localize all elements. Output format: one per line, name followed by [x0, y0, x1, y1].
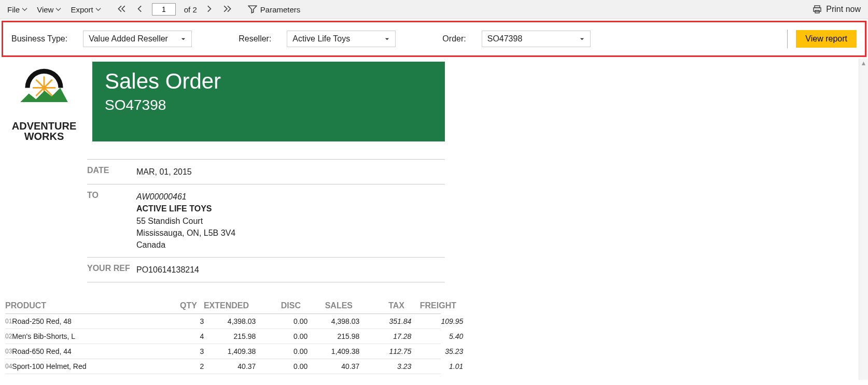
chevron-down-icon: [55, 7, 61, 12]
row-product: Men's Bib-Shorts, L: [12, 332, 152, 340]
row-disc: 0.00: [256, 332, 307, 340]
order-info: DATE MAR, 01, 2015 TO AW00000461 ACTIVE …: [87, 159, 445, 282]
row-tax: 351.84: [359, 317, 411, 325]
row-qty: 3: [152, 347, 204, 355]
col-extended: EXTENDED: [197, 301, 249, 310]
col-tax: TAX: [353, 301, 404, 310]
table-row: 03Road-650 Red, 4431,409.380.001,409.381…: [5, 344, 441, 359]
row-sales: 4,398.03: [307, 317, 359, 325]
order-number: SO47398: [105, 97, 432, 113]
filter-icon: [248, 5, 257, 14]
row-idx: 03: [5, 348, 12, 355]
row-product: Sport-100 Helmet, Red: [12, 362, 152, 370]
row-freight: 35.23: [411, 347, 463, 355]
to-address: AW00000461 ACTIVE LIFE TOYS 55 Standish …: [136, 191, 235, 251]
parameters-toggle[interactable]: Parameters: [248, 5, 301, 14]
scroll-up-icon[interactable]: ▲: [859, 59, 868, 68]
date-label: DATE: [87, 166, 136, 178]
business-type-label: Business Type:: [11, 34, 67, 44]
row-sales: 40.37: [307, 362, 359, 370]
order-dropdown[interactable]: SO47398: [482, 31, 591, 47]
col-sales: SALES: [301, 301, 353, 310]
caret-down-icon: [384, 36, 390, 42]
ref-label: YOUR REF: [87, 264, 136, 276]
caret-down-icon: [180, 36, 186, 42]
col-disc: DISC: [249, 301, 301, 310]
chevron-down-icon: [22, 7, 27, 12]
col-freight: FREIGHT: [404, 301, 456, 310]
view-label: View: [37, 5, 53, 14]
order-value: SO47398: [487, 34, 523, 44]
logo-icon: [16, 62, 73, 119]
table-row: 02Men's Bib-Shorts, L4215.980.00215.9817…: [5, 329, 441, 344]
logo-text-2: WORKS: [5, 131, 83, 141]
prev-page-button: [133, 4, 147, 15]
next-page-button[interactable]: [202, 4, 216, 15]
row-extended: 1,409.38: [204, 347, 256, 355]
customer-name: ACTIVE LIFE TOYS: [136, 203, 235, 215]
date-value: MAR, 01, 2015: [136, 166, 192, 178]
first-page-button: [115, 4, 128, 15]
row-tax: 17.28: [359, 332, 411, 340]
report-title-banner: Sales Order SO47398: [92, 62, 445, 141]
export-label: Export: [71, 5, 93, 14]
caret-down-icon: [579, 36, 585, 42]
row-tax: 3.23: [359, 362, 411, 370]
to-label: TO: [87, 191, 136, 251]
export-menu[interactable]: Export: [71, 5, 101, 14]
row-qty: 3: [152, 317, 204, 325]
business-type-value: Value Added Reseller: [89, 34, 168, 44]
svg-rect-1: [814, 8, 821, 11]
row-sales: 215.98: [307, 332, 359, 340]
view-report-button[interactable]: View report: [796, 30, 857, 48]
last-page-button[interactable]: [221, 4, 234, 15]
parameter-panel: Business Type: Value Added Reseller Rese…: [2, 21, 866, 57]
file-menu[interactable]: File: [7, 5, 27, 14]
business-type-dropdown[interactable]: Value Added Reseller: [83, 31, 192, 47]
vertical-scrollbar[interactable]: ▲: [859, 59, 868, 380]
row-freight: 1.01: [411, 362, 463, 370]
chevron-right-icon: [204, 4, 214, 13]
reseller-label: Reseller:: [239, 34, 271, 44]
addr-line-1: 55 Standish Court: [136, 215, 235, 227]
parameters-label: Parameters: [260, 5, 301, 14]
col-product: PRODUCT: [5, 301, 145, 310]
first-page-icon: [117, 4, 126, 13]
row-product: Road-650 Red, 44: [12, 347, 152, 355]
table-header: PRODUCT QTY EXTENDED DISC SALES TAX FREI…: [5, 298, 441, 314]
reseller-value: Active Life Toys: [292, 34, 350, 44]
row-extended: 215.98: [204, 332, 256, 340]
adventureworks-logo: ADVENTURE WORKS: [5, 62, 83, 141]
table-row: 04Sport-100 Helmet, Red240.370.0040.373.…: [5, 359, 441, 374]
last-page-icon: [223, 4, 232, 13]
row-freight: 5.40: [411, 332, 463, 340]
addr-country: Canada: [136, 239, 235, 251]
page-total: of 2: [184, 5, 197, 14]
row-disc: 0.00: [256, 362, 307, 370]
report-viewer: ADVENTURE WORKS Sales Order SO47398 DATE…: [0, 59, 868, 380]
lines-table: PRODUCT QTY EXTENDED DISC SALES TAX FREI…: [5, 298, 441, 374]
print-label: Print now: [826, 5, 861, 14]
print-button[interactable]: Print now: [813, 5, 861, 14]
ref-value: PO10614138214: [136, 264, 199, 276]
chevron-down-icon: [95, 7, 101, 12]
print-icon: [813, 5, 822, 14]
report-toolbar: File View Export of 2 Parameters: [0, 0, 868, 19]
reseller-dropdown[interactable]: Active Life Toys: [287, 31, 396, 47]
row-extended: 40.37: [204, 362, 256, 370]
table-row: 01Road-250 Red, 4834,398.030.004,398.033…: [5, 314, 441, 329]
order-label: Order:: [442, 34, 466, 44]
row-qty: 2: [152, 362, 204, 370]
row-freight: 109.95: [411, 317, 463, 325]
row-extended: 4,398.03: [204, 317, 256, 325]
customer-code: AW00000461: [136, 191, 235, 203]
row-sales: 1,409.38: [307, 347, 359, 355]
row-product: Road-250 Red, 48: [12, 317, 152, 325]
view-menu[interactable]: View: [37, 5, 61, 14]
divider: [787, 30, 788, 48]
row-tax: 112.75: [359, 347, 411, 355]
row-qty: 4: [152, 332, 204, 340]
chevron-left-icon: [135, 4, 145, 13]
page-number-input[interactable]: [152, 3, 176, 16]
row-idx: 01: [5, 318, 12, 325]
